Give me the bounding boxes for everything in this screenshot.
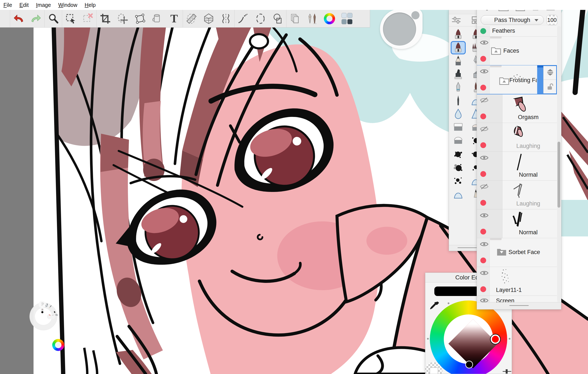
layer-row-normal-2[interactable]: Normal <box>477 209 557 238</box>
layer-tag-green[interactable] <box>480 28 486 34</box>
visibility-on-icon[interactable] <box>480 155 489 161</box>
slider-toggle-icon[interactable] <box>503 369 512 374</box>
layers-panel-resize-handle[interactable] <box>477 302 561 309</box>
layer-thumbnail <box>511 125 528 142</box>
text-tool[interactable]: T <box>166 10 183 27</box>
visibility-on-icon[interactable] <box>480 298 489 302</box>
sv-diamond[interactable] <box>448 319 497 368</box>
eyedropper-icon[interactable] <box>428 300 440 312</box>
menu-help[interactable]: Help <box>85 2 96 8</box>
zoom-tool[interactable] <box>45 10 62 27</box>
hue-wheel[interactable] <box>430 300 507 374</box>
hue-selector[interactable] <box>491 334 500 344</box>
menu-edit[interactable]: Edit <box>19 2 29 8</box>
layer-row-orgasm[interactable]: Orgasm <box>477 94 557 123</box>
wheel-color-icon[interactable] <box>52 339 64 351</box>
pen-settings-tool[interactable] <box>304 10 321 27</box>
visibility-on-icon[interactable] <box>480 241 489 247</box>
brush-airbrush[interactable] <box>451 81 466 94</box>
workspace-grid-tool[interactable] <box>338 10 355 27</box>
layer-row-normal-1[interactable]: Normal <box>477 152 557 181</box>
brush-marker[interactable] <box>451 68 466 81</box>
layer-reorder-button[interactable] <box>544 65 557 80</box>
brush-splatter-2[interactable] <box>451 161 466 174</box>
brush-splatter-3[interactable] <box>451 174 466 188</box>
layers-scrollbar[interactable] <box>557 26 560 302</box>
brush-water-drop[interactable] <box>451 108 466 121</box>
perspective-snap-tool[interactable] <box>200 10 217 27</box>
brush-splatter-1[interactable] <box>451 148 466 161</box>
brush-dome-eraser[interactable] <box>451 134 466 148</box>
opacity-field[interactable]: 100 <box>547 15 557 25</box>
toolbar: T <box>0 10 370 28</box>
visibility-off-icon[interactable] <box>480 126 489 132</box>
layer-row-screen[interactable]: Screen <box>477 296 557 302</box>
ellipse-snap-tool[interactable] <box>252 10 269 27</box>
brush-pencil[interactable] <box>451 54 466 68</box>
dial-preview-circle[interactable] <box>383 12 416 46</box>
undo-button[interactable] <box>10 10 27 27</box>
layer-row-sorbet-face[interactable]: Sorbet Face <box>477 238 557 267</box>
layer-unlock-icon[interactable] <box>544 80 557 94</box>
layer-row-laughing-1[interactable]: Laughing <box>477 123 557 152</box>
visibility-on-icon[interactable] <box>480 68 489 74</box>
layer-row-faces[interactable]: Faces <box>477 37 557 65</box>
fill-bucket-tool[interactable] <box>148 10 166 27</box>
layer-tag-red[interactable] <box>480 257 486 263</box>
blend-mode-select[interactable]: Pass Through <box>481 15 544 25</box>
layer-thumbnail <box>511 211 528 229</box>
layer-row-laughing-2[interactable]: Laughing <box>477 181 557 209</box>
layer-tag-red[interactable] <box>480 200 486 206</box>
folder-open-icon[interactable] <box>499 76 509 85</box>
crop-tool[interactable] <box>97 10 114 27</box>
layer-name: Sorbet Face <box>508 249 540 256</box>
workspace-grid-icon <box>342 13 352 24</box>
polygon-select-tool[interactable] <box>131 10 148 27</box>
folder-closed-icon[interactable] <box>497 248 506 256</box>
brush-flat-eraser[interactable] <box>451 121 466 134</box>
orbit-dot <box>509 338 510 340</box>
layer-row-feathers[interactable]: Feathers <box>477 26 557 37</box>
curve-snap-tool[interactable] <box>235 10 252 27</box>
color-wheel-tool[interactable] <box>321 10 338 27</box>
brush-round-selected[interactable] <box>451 41 466 54</box>
visibility-off-icon[interactable] <box>480 97 489 103</box>
move-selection-tool[interactable] <box>114 10 131 27</box>
symmetry-snap-tool[interactable] <box>217 10 234 27</box>
deselect-tool[interactable] <box>79 10 96 27</box>
visibility-on-icon[interactable] <box>480 212 489 218</box>
layer-tag-red[interactable] <box>480 171 486 177</box>
toolbar-spacer <box>0 10 10 27</box>
menu-file[interactable]: File <box>3 2 12 8</box>
layer-tag-red[interactable] <box>480 56 486 62</box>
layer-tag-red[interactable] <box>480 286 486 292</box>
scrollbar-thumb[interactable] <box>557 142 560 208</box>
menu-window[interactable]: Window <box>58 2 77 8</box>
layer-tag-red[interactable] <box>480 142 486 148</box>
brush-watercolor-arch[interactable] <box>451 188 466 201</box>
layer-tag-red[interactable] <box>480 85 486 90</box>
brush-fine-liner[interactable] <box>451 94 466 108</box>
shape-tool[interactable] <box>269 10 286 27</box>
pages-tool[interactable] <box>286 10 304 27</box>
quick-access-wheel[interactable] <box>0 301 103 374</box>
visibility-on-icon[interactable] <box>480 270 489 276</box>
redo-button[interactable] <box>27 10 44 27</box>
layer-drag-indicator[interactable] <box>537 65 543 94</box>
layer-tag-red[interactable] <box>480 229 486 235</box>
layer-row-frosting-face[interactable]: Frosting Fac <box>477 65 557 94</box>
visibility-on-icon[interactable] <box>480 40 489 46</box>
dial-knob[interactable] <box>411 11 420 19</box>
layer-row-layer11-1[interactable]: Layer11-1 <box>477 267 557 296</box>
brush-round[interactable] <box>451 28 466 41</box>
brush-settings-icon[interactable] <box>452 16 462 24</box>
sv-selector[interactable] <box>465 361 473 368</box>
ruler-snap-tool[interactable] <box>183 10 200 27</box>
folder-open-icon[interactable] <box>491 46 501 55</box>
visibility-off-icon[interactable] <box>480 183 489 190</box>
layer-tag-red[interactable] <box>480 114 486 119</box>
drag-dots <box>514 76 514 76</box>
brush-size-dial[interactable] <box>380 9 422 49</box>
menu-image[interactable]: Image <box>36 2 51 8</box>
select-tool[interactable] <box>62 10 79 27</box>
